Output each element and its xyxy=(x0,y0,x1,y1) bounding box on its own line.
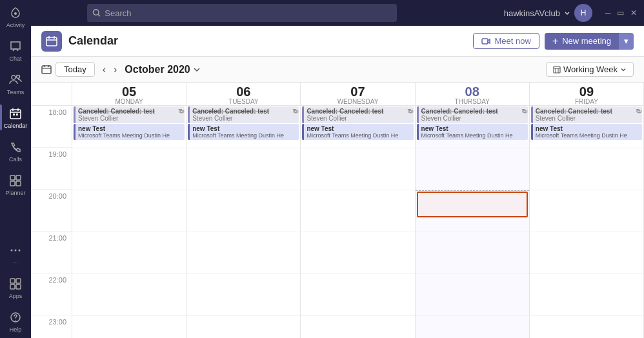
sidebar-item-apps[interactable]: Apps xyxy=(0,271,31,304)
sidebar-item-calls[interactable]: Calls xyxy=(0,134,31,168)
calendar-view-icon xyxy=(553,66,561,74)
main-content: hawkinsAVclub H ─ ▭ ✕ Calendar xyxy=(31,0,644,338)
sidebar-item-calendar[interactable]: Calendar xyxy=(0,101,31,134)
slot-row-tue-22[interactable] xyxy=(186,274,300,316)
apps-icon xyxy=(8,276,23,292)
calendar-small-icon xyxy=(41,65,52,75)
username-label: hawkinsAVclub xyxy=(504,8,560,18)
day-col-tue[interactable]: Canceled: Canceled: test Steven Collier … xyxy=(186,106,301,338)
slot-row-mon-19[interactable] xyxy=(72,148,186,190)
event-cancelled-organizer-fri: Steven Collier xyxy=(536,115,639,122)
more-icon xyxy=(8,243,23,258)
prev-button[interactable]: ‹ xyxy=(100,63,108,77)
meet-now-button[interactable]: Meet now xyxy=(473,33,539,49)
slot-row-thu-18[interactable]: Canceled: Canceled: test Steven Collier … xyxy=(416,106,529,148)
new-meeting-button[interactable]: + New meeting xyxy=(545,33,619,50)
chat-icon xyxy=(8,39,23,54)
search-icon xyxy=(92,8,101,17)
next-button[interactable]: › xyxy=(111,63,119,77)
time-selection-box[interactable] xyxy=(417,192,528,217)
slot-row-tue-19[interactable] xyxy=(186,148,300,190)
day-col-wed[interactable]: Canceled: Canceled: test Steven Collier … xyxy=(301,106,415,338)
slot-row-mon-21[interactable] xyxy=(72,232,186,274)
activity-label: Activity xyxy=(6,22,25,28)
today-button[interactable]: Today xyxy=(55,62,95,77)
slot-row-fri-22[interactable] xyxy=(530,274,643,316)
header-right: Meet now + New meeting ▾ xyxy=(473,33,634,50)
minimize-button[interactable]: ─ xyxy=(603,8,613,18)
event-new-thu[interactable]: new Test Microsoft Teams Meeting Dustin … xyxy=(417,124,528,140)
slot-row-fri-21[interactable] xyxy=(530,232,643,274)
maximize-button[interactable]: ▭ xyxy=(616,8,626,18)
slot-row-fri-18[interactable]: Canceled: Canceled: test Steven Collier … xyxy=(530,106,643,148)
slot-row-thu-20[interactable] xyxy=(416,190,529,232)
month-label[interactable]: October 2020 xyxy=(125,64,200,75)
event-cancelled-title-fri: Canceled: Canceled: test xyxy=(536,108,639,115)
calendar-header: Calendar Meet now + New meeting ▾ xyxy=(31,26,644,57)
user-dropdown-icon[interactable] xyxy=(564,10,570,16)
svg-point-2 xyxy=(17,75,20,79)
close-button[interactable]: ✕ xyxy=(629,8,639,18)
slot-row-wed-23[interactable] xyxy=(301,316,414,338)
sidebar-item-more[interactable]: ··· xyxy=(0,237,31,271)
slot-row-tue-18[interactable]: Canceled: Canceled: test Steven Collier … xyxy=(186,106,300,148)
event-cancelled-thu[interactable]: Canceled: Canceled: test Steven Collier … xyxy=(417,106,528,123)
day-number-06: 06 xyxy=(236,85,250,98)
svg-rect-20 xyxy=(46,37,57,46)
slot-row-mon-20[interactable] xyxy=(72,190,186,232)
slot-row-mon-23[interactable] xyxy=(72,316,186,338)
slot-row-wed-18[interactable]: Canceled: Canceled: test Steven Collier … xyxy=(301,106,414,148)
slot-row-tue-21[interactable] xyxy=(186,232,300,274)
event-cancelled-mon[interactable]: Canceled: Canceled: test Steven Collier … xyxy=(74,106,185,123)
event-new-fri[interactable]: new Test Microsoft Teams Meeting Dustin … xyxy=(531,124,642,140)
event-new-wed[interactable]: new Test Microsoft Teams Meeting Dustin … xyxy=(302,124,413,140)
event-cancelled-organizer-wed: Steven Collier xyxy=(307,115,410,122)
day-columns[interactable]: Canceled: Canceled: test Steven Collier … xyxy=(72,106,644,338)
svg-point-12 xyxy=(19,250,21,252)
slot-row-fri-19[interactable] xyxy=(530,148,643,190)
slot-row-tue-20[interactable] xyxy=(186,190,300,232)
slot-row-mon-22[interactable] xyxy=(72,274,186,316)
slot-row-fri-23[interactable] xyxy=(530,316,643,338)
day-col-mon[interactable]: Canceled: Canceled: test Steven Collier … xyxy=(72,106,186,338)
page-title: Calendar xyxy=(68,34,118,48)
calls-icon xyxy=(8,139,23,155)
search-input[interactable] xyxy=(105,8,392,18)
slot-row-tue-23[interactable] xyxy=(186,316,300,338)
slot-row-thu-21[interactable] xyxy=(416,232,529,274)
day-col-fri[interactable]: Canceled: Canceled: test Steven Collier … xyxy=(530,106,644,338)
nav-arrows: ‹ › xyxy=(100,63,120,77)
sidebar-item-teams[interactable]: Teams xyxy=(0,67,31,101)
slot-row-thu-19[interactable] xyxy=(416,148,529,190)
event-cancelled-wed[interactable]: Canceled: Canceled: test Steven Collier … xyxy=(302,106,413,123)
slot-row-thu-22[interactable] xyxy=(416,274,529,316)
sidebar-item-planner[interactable]: Planner xyxy=(0,168,31,201)
svg-rect-13 xyxy=(10,279,15,283)
search-bar[interactable] xyxy=(87,4,397,22)
avatar[interactable]: H xyxy=(574,4,592,22)
slot-row-wed-19[interactable] xyxy=(301,148,414,190)
event-new-mon[interactable]: new Test Microsoft Teams Meeting Dustin … xyxy=(74,124,185,140)
slot-row-mon-18[interactable]: Canceled: Canceled: test Steven Collier … xyxy=(72,106,186,148)
event-cancelled-tue[interactable]: Canceled: Canceled: test Steven Collier … xyxy=(188,106,299,123)
event-new-details-thu: Microsoft Teams Meeting Dustin He xyxy=(421,132,525,139)
help-icon xyxy=(8,310,23,325)
new-meeting-dropdown-button[interactable]: ▾ xyxy=(619,33,634,50)
teams-icon xyxy=(8,72,23,88)
sync-icon-thu-new: ↻ xyxy=(523,108,528,115)
sidebar-item-activity[interactable]: Activity xyxy=(0,0,31,34)
event-new-tue[interactable]: new Test Microsoft Teams Meeting Dustin … xyxy=(188,124,299,140)
planner-icon xyxy=(8,173,23,188)
day-col-thu[interactable]: Canceled: Canceled: test Steven Collier … xyxy=(416,106,530,338)
slot-row-wed-21[interactable] xyxy=(301,232,414,274)
plus-icon: + xyxy=(552,35,558,47)
slot-row-wed-20[interactable] xyxy=(301,190,414,232)
slot-row-wed-22[interactable] xyxy=(301,274,414,316)
working-week-button[interactable]: Working Week xyxy=(546,62,634,77)
slot-row-thu-23[interactable] xyxy=(416,316,529,338)
slot-row-fri-20[interactable] xyxy=(530,190,643,232)
event-cancelled-title-thu: Canceled: Canceled: test xyxy=(421,108,525,115)
event-cancelled-fri[interactable]: Canceled: Canceled: test Steven Collier … xyxy=(531,106,642,123)
sidebar-item-chat[interactable]: Chat xyxy=(0,34,31,67)
sidebar-item-help[interactable]: Help xyxy=(0,304,31,338)
